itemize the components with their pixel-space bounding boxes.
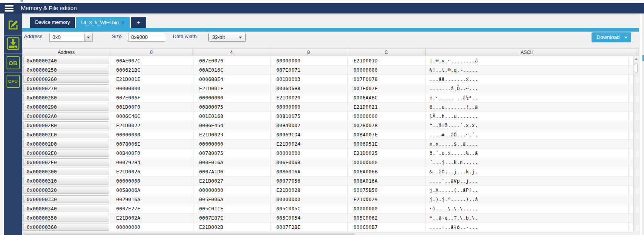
hex-value-cell[interactable]: 00000000: [348, 158, 426, 167]
address-button[interactable]: 0x00000300: [23, 168, 109, 175]
hex-value-cell[interactable]: E21D0026: [110, 167, 193, 176]
hamburger-menu-icon[interactable]: [5, 5, 14, 12]
hex-value-cell[interactable]: 00B400F0: [110, 149, 193, 158]
hex-value-cell[interactable]: E21D0028: [270, 186, 348, 195]
hex-value-cell[interactable]: 007E0076: [193, 56, 270, 65]
sidebar-item-option-bytes[interactable]: OB: [6, 56, 20, 70]
hex-value-cell[interactable]: 00B4007E: [348, 130, 426, 139]
hex-value-cell[interactable]: 000792B4: [110, 158, 193, 167]
hex-value-cell[interactable]: 00AE007C: [110, 56, 193, 65]
hex-value-cell[interactable]: 005E006A: [193, 195, 270, 204]
sidebar-item-download[interactable]: [6, 37, 20, 51]
column-header-0[interactable]: 0: [110, 49, 193, 56]
hex-value-cell[interactable]: 000621BC: [110, 65, 193, 75]
sidebar-item-memory-file-edition[interactable]: [6, 19, 20, 33]
hex-value-cell[interactable]: 000E016A: [193, 158, 270, 167]
hex-value-cell[interactable]: 00069CD4: [270, 130, 348, 139]
hex-value-cell[interactable]: E21D0027: [193, 176, 270, 186]
column-header-address[interactable]: Address: [22, 49, 110, 56]
hex-value-cell[interactable]: 0007E87E: [193, 213, 270, 223]
hex-value-cell[interactable]: 001E0168: [193, 112, 270, 121]
hex-value-cell[interactable]: E21D0020: [270, 93, 348, 102]
tab-file-ui-3-5-wifi-bin[interactable]: UI_3_5_WIFI.bin×: [76, 17, 130, 28]
hex-value-cell[interactable]: E21D0025: [348, 149, 426, 158]
hex-value-cell[interactable]: 001E007E: [348, 84, 426, 93]
column-header-8[interactable]: 8: [270, 49, 347, 56]
hex-value-cell[interactable]: E21D002B: [193, 223, 270, 232]
hex-value-cell[interactable]: 005C0062: [348, 213, 426, 223]
hex-value-cell[interactable]: 006E006B: [270, 158, 348, 167]
hex-value-cell[interactable]: 00780078: [348, 121, 426, 130]
address-button[interactable]: 0x00000340: [23, 205, 109, 212]
address-button[interactable]: 0x00000310: [23, 177, 109, 185]
hex-value-cell[interactable]: 0058006A: [110, 186, 193, 195]
size-input[interactable]: [128, 33, 165, 42]
column-header-ascii[interactable]: ASCII: [426, 49, 628, 56]
hex-value-cell[interactable]: E21D0021: [348, 102, 426, 112]
hex-value-cell[interactable]: 006A006B: [348, 167, 426, 176]
hex-value-cell[interactable]: 005C011E: [193, 204, 270, 213]
hex-value-cell[interactable]: 001D0003: [270, 75, 348, 84]
vertical-scrollbar-thumb[interactable]: [634, 63, 638, 73]
hex-value-cell[interactable]: 00000000: [110, 176, 193, 186]
address-button[interactable]: 0x00000350: [23, 214, 109, 222]
hex-value-cell[interactable]: 0007A1D6: [193, 167, 270, 176]
data-width-select[interactable]: 32-bit: [208, 33, 246, 42]
hex-value-cell[interactable]: 0006E454: [193, 121, 270, 130]
hex-value-cell[interactable]: 001D00F0: [110, 102, 193, 112]
hex-value-cell[interactable]: 0007E27E: [110, 204, 193, 213]
hex-value-cell[interactable]: 00000000: [110, 223, 193, 232]
hex-value-cell[interactable]: 005C005C: [270, 204, 348, 213]
hex-value-cell[interactable]: 00000000: [270, 149, 348, 158]
hex-value-cell[interactable]: 0086016A: [270, 167, 348, 176]
hex-value-cell[interactable]: E21D001F: [193, 84, 270, 93]
address-button[interactable]: 0x00000290: [23, 103, 109, 111]
download-button[interactable]: Download: [592, 32, 631, 42]
hex-value-cell[interactable]: 00810075: [270, 112, 348, 121]
hex-value-cell[interactable]: 00B40002: [270, 121, 348, 130]
address-combobox[interactable]: 0x0: [49, 33, 93, 42]
hex-value-cell[interactable]: 0006AABC: [348, 93, 426, 102]
hex-value-cell[interactable]: 00000000: [110, 84, 193, 93]
hex-value-cell[interactable]: 0006C46C: [110, 112, 193, 121]
hex-value-cell[interactable]: 000688E4: [193, 75, 270, 84]
hex-value-cell[interactable]: 00000000: [193, 93, 270, 102]
hex-value-cell[interactable]: E21D001E: [110, 75, 193, 84]
vertical-scrollbar[interactable]: [633, 56, 638, 232]
hex-value-cell[interactable]: 00000000: [110, 130, 193, 139]
horizontal-scrollbar-thumb[interactable]: [23, 233, 355, 235]
address-button[interactable]: 0x000002F0: [23, 158, 109, 166]
address-button[interactable]: 0x000002B0: [23, 121, 109, 129]
hex-value-cell[interactable]: 0007F2BE: [270, 223, 348, 232]
hex-value-cell[interactable]: 00000000: [348, 112, 426, 121]
address-button[interactable]: 0x000002E0: [23, 149, 109, 157]
hex-value-cell[interactable]: 00075B50: [348, 186, 426, 195]
hex-value-cell[interactable]: 00AE016C: [193, 65, 270, 75]
column-header-4[interactable]: 4: [193, 49, 270, 56]
hex-value-cell[interactable]: E21D0022: [110, 121, 193, 130]
hex-value-cell[interactable]: 007E0071: [270, 65, 348, 75]
hex-value-cell[interactable]: 0006D6B8: [270, 84, 348, 93]
hex-value-cell[interactable]: 00780075: [193, 149, 270, 158]
hex-value-cell[interactable]: 000C00B7: [348, 223, 426, 232]
sidebar-item-cpu[interactable]: CPU: [6, 74, 20, 88]
hex-value-cell[interactable]: 00000000: [270, 102, 348, 112]
address-button[interactable]: 0x00000240: [23, 57, 109, 64]
address-button[interactable]: 0x00000320: [23, 186, 109, 194]
scroll-up-icon[interactable]: [635, 58, 638, 60]
tab-device-memory[interactable]: Device memory: [30, 17, 75, 28]
address-button[interactable]: 0x00000260: [23, 75, 109, 83]
tab-add-button[interactable]: +: [131, 17, 146, 28]
hex-value-cell[interactable]: 007E006F: [110, 93, 193, 102]
hex-value-cell[interactable]: 007F0078: [348, 75, 426, 84]
hex-value-cell[interactable]: E21D0024: [270, 139, 348, 149]
hex-value-cell[interactable]: 0029016A: [110, 195, 193, 204]
address-button[interactable]: 0x000002D0: [23, 140, 109, 148]
hex-value-cell[interactable]: 005C0054: [270, 213, 348, 223]
address-button[interactable]: 0x00000270: [23, 84, 109, 92]
hex-value-cell[interactable]: 00000000: [348, 65, 426, 75]
hex-value-cell[interactable]: 00077056: [270, 176, 348, 186]
address-button[interactable]: 0x000002C0: [23, 131, 109, 138]
address-button[interactable]: 0x000002A0: [23, 112, 109, 120]
hex-value-cell[interactable]: 00000000: [270, 195, 348, 204]
